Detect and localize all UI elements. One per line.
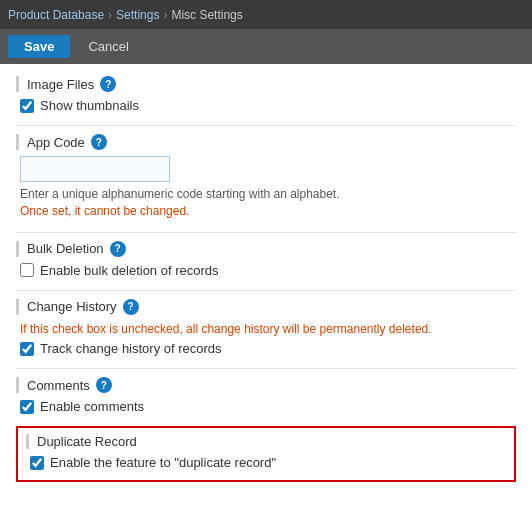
change-history-help-icon[interactable]: ? (123, 299, 139, 315)
bulk-deletion-section: Bulk Deletion ? Enable bulk deletion of … (16, 241, 516, 278)
breadcrumb: Product Database › Settings › Misc Setti… (0, 0, 532, 29)
track-history-label[interactable]: Track change history of records (40, 341, 222, 356)
image-files-section: Image Files ? Show thumbnails (16, 76, 516, 113)
divider-4 (16, 368, 516, 369)
enable-comments-label[interactable]: Enable comments (40, 399, 144, 414)
duplicate-record-header: Duplicate Record (26, 434, 506, 449)
app-code-hint1: Enter a unique alphanumeric code startin… (16, 186, 516, 203)
app-code-help-icon[interactable]: ? (91, 134, 107, 150)
show-thumbnails-label[interactable]: Show thumbnails (40, 98, 139, 113)
app-code-title: App Code (27, 135, 85, 150)
cancel-button[interactable]: Cancel (76, 35, 140, 58)
app-code-section: App Code ? Enter a unique alphanumeric c… (16, 134, 516, 220)
show-thumbnails-row: Show thumbnails (16, 98, 516, 113)
image-files-help-icon[interactable]: ? (100, 76, 116, 92)
change-history-section: Change History ? If this check box is un… (16, 299, 516, 357)
divider-3 (16, 290, 516, 291)
bulk-deletion-header: Bulk Deletion ? (16, 241, 516, 257)
enable-duplicate-label[interactable]: Enable the feature to "duplicate record" (50, 455, 276, 470)
app-code-header: App Code ? (16, 134, 516, 150)
change-history-title: Change History (27, 299, 117, 314)
comments-section: Comments ? Enable comments (16, 377, 516, 414)
duplicate-record-section: Duplicate Record Enable the feature to "… (16, 426, 516, 482)
comments-row: Enable comments (16, 399, 516, 414)
bulk-deletion-label[interactable]: Enable bulk deletion of records (40, 263, 219, 278)
main-content: Image Files ? Show thumbnails App Code ?… (0, 64, 532, 521)
comments-header: Comments ? (16, 377, 516, 393)
change-history-row: Track change history of records (16, 341, 516, 356)
duplicate-record-title: Duplicate Record (37, 434, 137, 449)
bulk-deletion-title: Bulk Deletion (27, 241, 104, 256)
track-history-checkbox[interactable] (20, 342, 34, 356)
comments-title: Comments (27, 378, 90, 393)
enable-duplicate-checkbox[interactable] (30, 456, 44, 470)
breadcrumb-sep-2: › (163, 8, 167, 22)
image-files-title: Image Files (27, 77, 94, 92)
show-thumbnails-checkbox[interactable] (20, 99, 34, 113)
enable-comments-checkbox[interactable] (20, 400, 34, 414)
breadcrumb-settings[interactable]: Settings (116, 8, 159, 22)
save-button[interactable]: Save (8, 35, 70, 58)
change-history-warning: If this check box is unchecked, all chan… (16, 321, 516, 338)
toolbar: Save Cancel (0, 29, 532, 64)
divider-1 (16, 125, 516, 126)
breadcrumb-sep-1: › (108, 8, 112, 22)
image-files-header: Image Files ? (16, 76, 516, 92)
breadcrumb-product-database[interactable]: Product Database (8, 8, 104, 22)
app-code-hint2: Once set, it cannot be changed. (16, 203, 516, 220)
bulk-deletion-help-icon[interactable]: ? (110, 241, 126, 257)
bulk-deletion-checkbox[interactable] (20, 263, 34, 277)
app-code-input[interactable] (20, 156, 170, 182)
change-history-header: Change History ? (16, 299, 516, 315)
duplicate-record-row: Enable the feature to "duplicate record" (26, 455, 506, 470)
divider-2 (16, 232, 516, 233)
comments-help-icon[interactable]: ? (96, 377, 112, 393)
breadcrumb-misc-settings: Misc Settings (171, 8, 242, 22)
bulk-deletion-row: Enable bulk deletion of records (16, 263, 516, 278)
